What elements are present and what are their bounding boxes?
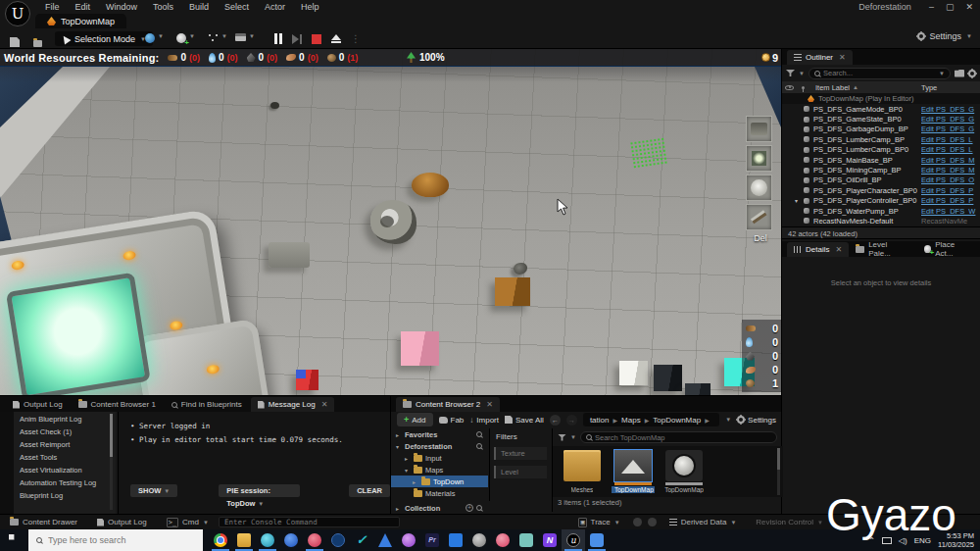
taskbar-app-icon[interactable]	[326, 529, 350, 551]
asset-tile[interactable]: TopDownMap	[662, 450, 706, 497]
filter-chip[interactable]: Texture	[494, 447, 547, 460]
derived-data-dropdown[interactable]: Derived Data▼	[660, 518, 747, 526]
back-button[interactable]: ←	[550, 415, 561, 426]
taskbar-app-icon[interactable]	[209, 529, 232, 551]
taskbar-app-icon[interactable]	[232, 529, 256, 551]
tab-find-in-blueprints[interactable]: Find in Blueprints	[165, 397, 249, 412]
log-category[interactable]: Asset Reimport	[14, 437, 116, 450]
import-button[interactable]: ↓Import	[469, 416, 499, 425]
actor-edit-link[interactable]: Edit PS_DFS_G	[921, 115, 980, 124]
tab-place-actors[interactable]: Place Act...	[917, 242, 980, 257]
taskbar-app-icon[interactable]: N	[538, 529, 562, 551]
taskbar-app-icon[interactable]	[303, 529, 326, 551]
minimize-button[interactable]: –	[929, 0, 934, 14]
outliner-row[interactable]: PS_DFS_LumberCamp_BP Edit PS_DFS_L	[782, 134, 980, 144]
taskbar-app-icon[interactable]	[397, 529, 420, 551]
outliner-row[interactable]: PS_DFS_GameMode_BP0 Edit PS_DFS_G	[782, 104, 980, 114]
outliner-row[interactable]: PS_DFS_PlayerController_BP0 Edit PS_DFS_…	[782, 196, 980, 206]
outliner-search[interactable]: ▼	[808, 68, 951, 79]
menu-item[interactable]: Edit	[68, 0, 99, 14]
menu-item[interactable]: Actor	[257, 0, 293, 14]
log-category[interactable]: Blueprint Log	[14, 488, 116, 501]
outliner-row[interactable]: PS_DFS_LumberCamp_BP0 Edit PS_DFS_L	[782, 145, 980, 155]
close-icon[interactable]: ✕	[835, 245, 842, 254]
outliner-row[interactable]: RecastNavMesh-Default RecastNavMe	[782, 216, 980, 225]
cb-settings-button[interactable]: Settings	[737, 416, 776, 425]
status-icon[interactable]	[648, 518, 657, 526]
asset-search-input[interactable]	[595, 433, 771, 442]
actor-edit-link[interactable]: Edit PS_DFS_W	[921, 207, 980, 216]
actor-edit-link[interactable]: Edit PS_DFS_M	[921, 156, 980, 165]
log-category[interactable]: Asset Check (1)	[14, 425, 116, 437]
pie-session-dropdown[interactable]: PIE session: TopDow▼	[219, 484, 300, 497]
build-slot-2[interactable]	[746, 145, 772, 172]
actor-edit-link[interactable]: Edit PS_DFS_G	[921, 105, 980, 114]
taskbar-app-icon[interactable]	[373, 529, 397, 551]
taskbar-app-icon[interactable]	[256, 529, 279, 551]
selection-mode-dropdown[interactable]: Selection Mode ▼	[55, 31, 153, 46]
outliner-row[interactable]: PS_DFS_OilDrill_BP Edit PS_DFS_O	[782, 175, 980, 185]
tab-content-browser-2[interactable]: Content Browser 2 ✕	[396, 397, 500, 412]
tab-details[interactable]: Details ✕	[787, 242, 849, 257]
eject-button[interactable]	[331, 34, 341, 43]
project-root-folder[interactable]: ▾Deforestation	[391, 440, 488, 452]
game-viewport[interactable]: World Resources Remaining: 0 (0) 0 (0) 0	[0, 49, 781, 395]
fab-button[interactable]: Fab	[439, 416, 465, 425]
actor-edit-link[interactable]: RecastNavMe	[921, 217, 980, 225]
search-icon[interactable]	[476, 431, 482, 437]
asset-scrollbar[interactable]	[777, 448, 780, 495]
favorites-section[interactable]: ▸Favorites	[391, 428, 488, 440]
actor-edit-link[interactable]: Edit PS_DFS_P	[921, 196, 980, 205]
outliner-row[interactable]: PS_DFS_GarbageDump_BP Edit PS_DFS_G	[782, 125, 980, 134]
tab-outliner[interactable]: Outliner ✕	[787, 50, 853, 65]
add-button[interactable]: +Add	[397, 413, 433, 426]
stop-button[interactable]	[312, 34, 321, 44]
console-command-field[interactable]	[219, 517, 400, 527]
save-all-button[interactable]: Save All	[505, 416, 544, 425]
taskbar-app-icon[interactable]	[585, 529, 609, 551]
taskbar-app-icon[interactable]: Pr	[420, 529, 444, 551]
menu-item[interactable]: Help	[293, 0, 327, 14]
build-slot-1[interactable]	[746, 116, 772, 142]
build-slot-4[interactable]	[746, 204, 772, 230]
menu-item[interactable]: Build	[181, 0, 217, 14]
pause-button[interactable]	[274, 33, 282, 44]
close-button[interactable]: ✕	[965, 0, 973, 14]
build-slot-3[interactable]	[746, 175, 772, 201]
menu-item[interactable]: Window	[98, 0, 145, 14]
outliner-row[interactable]: PS_DFS_PlayerCharacter_BP0 Edit PS_DFS_P	[782, 185, 980, 195]
category-scrollbar[interactable]	[110, 414, 113, 510]
output-log-button[interactable]: Output Log	[87, 518, 157, 526]
content-browser-icon[interactable]	[33, 33, 42, 51]
add-collection-icon[interactable]: +	[466, 504, 473, 512]
console-input[interactable]	[224, 518, 394, 526]
tab-level-palette[interactable]: Level Pale...	[849, 242, 916, 257]
clear-button[interactable]: CLEAR	[349, 484, 390, 497]
restore-button[interactable]: ▢	[946, 0, 955, 14]
cinematics-dropdown[interactable]: ▼	[235, 33, 255, 41]
actor-edit-link[interactable]: Edit PS_DFS_P	[921, 186, 980, 195]
taskbar-app-icon[interactable]: ✓	[350, 529, 373, 551]
tab-topdownmap[interactable]: TopDownMap	[35, 14, 126, 28]
actor-edit-link[interactable]: Edit PS_DFS_L	[921, 135, 980, 144]
filter-icon[interactable]	[558, 434, 566, 441]
status-icon[interactable]	[633, 518, 642, 526]
expand-arrow-icon[interactable]	[782, 197, 798, 204]
tab-output-log[interactable]: Output Log	[6, 397, 70, 412]
actor-edit-link[interactable]: Edit PS_DFS_O	[921, 175, 980, 184]
close-icon[interactable]: ✕	[486, 400, 493, 409]
taskbar-app-icon[interactable]	[514, 529, 538, 551]
tab-content-browser-1[interactable]: Content Browser 1	[72, 397, 163, 412]
outliner-root-row[interactable]: TopDownMap (Play In Editor)	[782, 93, 980, 104]
cmd-dropdown[interactable]: >_Cmd▼	[157, 518, 219, 527]
taskbar-app-icon[interactable]: u	[562, 529, 585, 551]
filter-icon[interactable]	[786, 70, 795, 76]
close-icon[interactable]: ✕	[321, 400, 328, 409]
blueprints-dropdown[interactable]: ▼	[145, 33, 164, 43]
menu-item[interactable]: Tools	[145, 0, 181, 14]
asset-tile[interactable]: TopDownMap	[612, 450, 655, 497]
search-icon[interactable]	[476, 443, 482, 449]
show-filter-button[interactable]: SHOW▼	[130, 484, 177, 497]
folder-tree-item[interactable]: Input	[391, 452, 488, 464]
play-options-menu[interactable]: ⋮	[351, 33, 361, 44]
